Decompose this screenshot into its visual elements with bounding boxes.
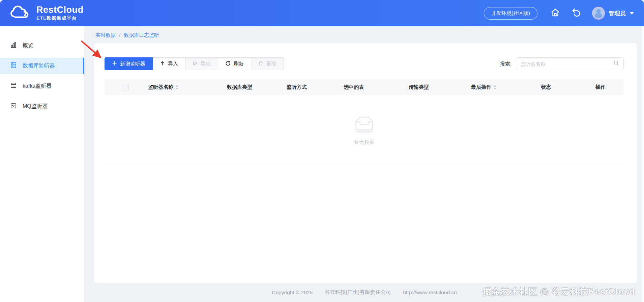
- breadcrumb-separator: /: [119, 32, 120, 38]
- undo-button[interactable]: [570, 7, 582, 19]
- refresh-button[interactable]: 刷新: [218, 57, 251, 70]
- column-header-listener-name[interactable]: 监听器名称: [146, 84, 208, 90]
- main-content: 实时数据 / 数据库日志监听 新增监听器: [85, 26, 644, 302]
- sidebar-item-label: kafka监听器: [23, 83, 52, 90]
- sidebar-item-label: 概览: [23, 42, 33, 49]
- refresh-icon: [225, 61, 231, 67]
- column-header-transfer-type: 传输类型: [385, 84, 452, 90]
- sidebar-item-label: MQ监听器: [23, 103, 48, 110]
- trash-icon: [258, 61, 263, 67]
- sidebar-item-overview[interactable]: 概览: [0, 37, 84, 54]
- export-icon: [193, 61, 198, 67]
- home-button[interactable]: [550, 7, 561, 19]
- top-header: RestCloud ETL数据集成平台 开发环境(社区版): [0, 0, 644, 26]
- table-header-row: 监听器名称 数据库类型 监听方式 选中的表 传输类型 最后操作 状态: [105, 79, 624, 95]
- bar-chart-icon: [10, 42, 17, 50]
- column-header-database-type: 数据库类型: [208, 84, 271, 90]
- table-empty-state: 暂无数据: [105, 95, 624, 164]
- vertical-scrollbar[interactable]: [642, 26, 644, 302]
- select-all-cell: [105, 84, 146, 90]
- brand-title: RestCloud: [36, 5, 84, 15]
- message-queue-icon: [10, 102, 17, 110]
- add-listener-button[interactable]: 新增监听器: [105, 57, 153, 70]
- watermark: 掘金技术社区 @ 谷云科技RestCloud: [483, 286, 635, 298]
- sidebar-item-database-listener[interactable]: 数据库监听器: [0, 58, 84, 74]
- export-button: 导出: [185, 57, 218, 70]
- column-header-status: 状态: [515, 84, 577, 90]
- breadcrumb: 实时数据 / 数据库日志监听: [85, 26, 644, 38]
- toolbar-button-group: 新增监听器 导入: [105, 57, 284, 70]
- sort-icon[interactable]: [494, 85, 496, 89]
- brand-subtitle: ETL数据集成平台: [36, 15, 84, 21]
- brand: RestCloud ETL数据集成平台: [9, 5, 84, 22]
- caret-down-icon: [630, 12, 634, 15]
- column-header-listen-mode: 监听方式: [271, 84, 323, 90]
- database-icon: [10, 62, 17, 70]
- list-icon: [10, 82, 17, 90]
- footer-copyright: Copyright © 2025: [272, 290, 313, 296]
- search-label: 搜索:: [500, 61, 511, 67]
- search-box: [516, 57, 624, 70]
- brand-text: RestCloud ETL数据集成平台: [36, 5, 84, 22]
- search-area: 搜索:: [500, 57, 624, 70]
- sort-icon[interactable]: [176, 85, 178, 89]
- import-button[interactable]: 导入: [152, 57, 185, 70]
- breadcrumb-current[interactable]: 数据库日志监听: [124, 32, 159, 38]
- empty-text: 暂无数据: [354, 139, 374, 145]
- select-all-checkbox[interactable]: [122, 84, 129, 90]
- user-menu[interactable]: 管理员: [592, 7, 634, 20]
- breadcrumb-root[interactable]: 实时数据: [95, 32, 116, 38]
- plus-icon: [112, 61, 117, 67]
- undo-icon: [571, 7, 581, 19]
- footer-website-link[interactable]: http://www.restcloud.cn: [403, 290, 457, 296]
- search-input[interactable]: [520, 61, 613, 67]
- column-header-selected-tables: 选中的表: [323, 84, 385, 90]
- sidebar-item-mq-listener[interactable]: MQ监听器: [0, 98, 84, 114]
- magnifier-icon[interactable]: [613, 60, 619, 67]
- arrow-up-icon: [160, 61, 165, 67]
- avatar: [592, 7, 605, 20]
- cloud-logo-icon: [9, 5, 32, 22]
- env-badge: 开发环境(社区版): [484, 7, 537, 20]
- empty-box-icon: [351, 114, 377, 135]
- column-header-actions: 操作: [577, 84, 624, 90]
- toolbar: 新增监听器 导入: [105, 57, 624, 70]
- user-name: 管理员: [609, 9, 626, 17]
- footer-company: 谷云科技(广州)有限责任公司: [325, 289, 391, 296]
- header-actions: 开发环境(社区版) 管理员: [484, 7, 634, 20]
- delete-button: 删除: [251, 57, 284, 70]
- column-header-last-operation[interactable]: 最后操作: [452, 84, 515, 90]
- home-icon: [550, 7, 560, 19]
- sidebar: 概览 数据库监听器 kafka监听器 MQ监听器: [0, 26, 85, 302]
- sidebar-item-label: 数据库监听器: [23, 62, 55, 70]
- sidebar-item-kafka-listener[interactable]: kafka监听器: [0, 78, 84, 94]
- listener-panel: 新增监听器 导入: [94, 43, 637, 283]
